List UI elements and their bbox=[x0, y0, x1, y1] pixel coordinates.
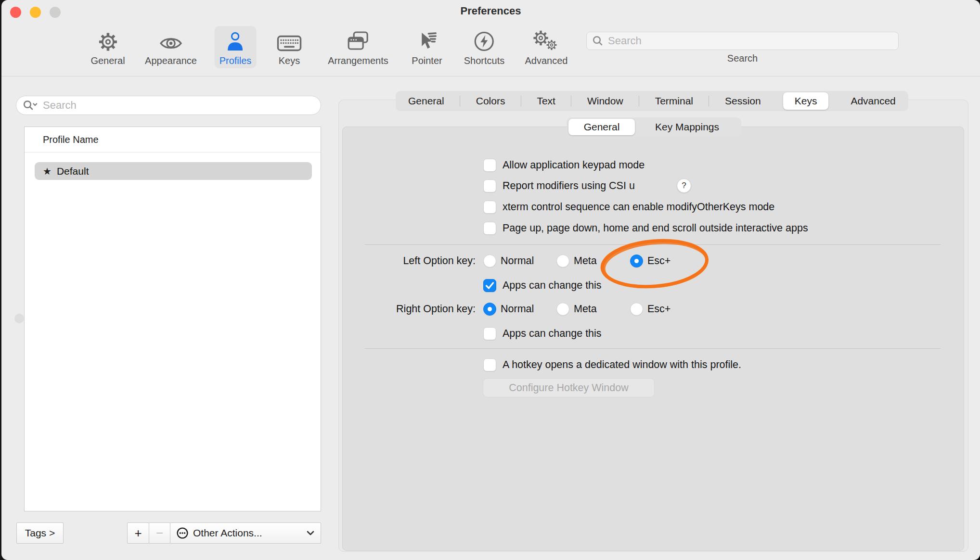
other-actions-label: Other Actions... bbox=[193, 527, 262, 539]
toolbar-label: Advanced bbox=[525, 55, 568, 68]
checkbox-label: Allow application keypad mode bbox=[503, 159, 645, 172]
checkbox-keypad-mode[interactable] bbox=[483, 159, 496, 172]
tags-button[interactable]: Tags > bbox=[16, 522, 64, 544]
configure-hotkey-window-button[interactable]: Configure Hotkey Window bbox=[483, 378, 655, 397]
search-icon bbox=[593, 36, 603, 46]
radio-label: Meta bbox=[574, 303, 597, 316]
toolbar-label: Keys bbox=[279, 55, 300, 68]
checkbox-csi-u[interactable] bbox=[483, 179, 496, 192]
tab-divider bbox=[776, 96, 777, 106]
star-icon: ★ bbox=[43, 165, 52, 177]
toolbar-item-keys[interactable]: Keys bbox=[272, 26, 307, 68]
tab-divider bbox=[835, 96, 835, 106]
tab-divider bbox=[521, 96, 521, 106]
add-profile-button[interactable]: + bbox=[127, 522, 149, 544]
radio-left-normal[interactable] bbox=[483, 255, 496, 267]
radio-left-esc[interactable] bbox=[630, 255, 643, 267]
other-actions-dropdown[interactable]: Other Actions... bbox=[170, 522, 321, 544]
toolbar-item-arrangements[interactable]: Arrangements bbox=[323, 26, 393, 68]
toolbar-search-caption: Search bbox=[586, 53, 899, 64]
radio-right-normal[interactable] bbox=[483, 303, 496, 316]
section-divider bbox=[365, 244, 941, 245]
radio-label: Meta bbox=[574, 255, 597, 267]
tab-advanced[interactable]: Advanced bbox=[841, 92, 905, 110]
list-header-divider bbox=[25, 152, 321, 153]
toolbar-label: Shortcuts bbox=[464, 55, 504, 68]
profile-list: Profile Name ★ Default bbox=[24, 127, 321, 511]
radio-label: Esc+ bbox=[647, 303, 671, 316]
toolbar-item-pointer[interactable]: Pointer bbox=[407, 26, 447, 68]
splitter-dot bbox=[14, 314, 24, 323]
checkbox-label: Apps can change this bbox=[503, 279, 602, 292]
eye-icon bbox=[159, 28, 182, 52]
toolbar-label: Arrangements bbox=[328, 55, 388, 68]
tab-session[interactable]: Session bbox=[715, 92, 771, 110]
tab-window[interactable]: Window bbox=[578, 92, 633, 110]
profile-tabbar: General Colors Text Window Terminal Sess… bbox=[396, 91, 908, 111]
checkbox-label: Report modifiers using CSI u bbox=[503, 179, 635, 192]
profile-list-header: Profile Name bbox=[43, 134, 99, 145]
tab-divider bbox=[571, 96, 571, 106]
toolbar-item-general[interactable]: General bbox=[86, 26, 129, 68]
person-icon bbox=[226, 28, 245, 52]
toolbar-search-input[interactable] bbox=[607, 34, 892, 48]
checkbox-page-scroll[interactable] bbox=[483, 222, 496, 235]
checkbox-label: Page up, page down, home and end scroll … bbox=[503, 222, 808, 235]
profile-search-input[interactable] bbox=[42, 99, 317, 112]
checkbox-label: A hotkey opens a dedicated window with t… bbox=[503, 358, 741, 371]
radio-left-meta[interactable] bbox=[556, 255, 569, 267]
profile-row-default[interactable]: ★ Default bbox=[35, 162, 312, 180]
checkbox-modify-other-keys[interactable] bbox=[483, 201, 496, 214]
checkbox-hotkey-window[interactable] bbox=[483, 358, 496, 371]
check-icon bbox=[485, 281, 494, 290]
configure-button-label: Configure Hotkey Window bbox=[509, 382, 629, 394]
help-button[interactable]: ? bbox=[677, 178, 691, 193]
toolbar-item-shortcuts[interactable]: Shortcuts bbox=[459, 26, 509, 68]
toolbar-label: General bbox=[90, 55, 125, 68]
keyboard-icon bbox=[277, 28, 302, 52]
plus-icon: + bbox=[134, 526, 142, 541]
radio-right-meta[interactable] bbox=[556, 303, 569, 316]
radio-label: Normal bbox=[501, 255, 534, 267]
windows-icon bbox=[346, 28, 370, 52]
radio-right-esc[interactable] bbox=[630, 303, 643, 316]
ellipsis-circle-icon bbox=[176, 527, 189, 539]
toolbar-item-advanced[interactable]: Advanced bbox=[520, 26, 573, 68]
toolbar-search-field[interactable] bbox=[586, 32, 899, 50]
tags-button-label: Tags > bbox=[25, 527, 55, 539]
subtab-general[interactable]: General bbox=[568, 119, 635, 135]
cursor-icon bbox=[416, 28, 438, 52]
tab-colors[interactable]: Colors bbox=[466, 92, 515, 110]
toolbar-item-appearance[interactable]: Appearance bbox=[140, 26, 202, 68]
gear-icon bbox=[97, 28, 118, 52]
checkbox-left-apps-change[interactable] bbox=[483, 279, 496, 292]
bolt-circle-icon bbox=[473, 28, 495, 52]
keys-general-pane bbox=[342, 127, 964, 551]
left-option-key-label: Left Option key: bbox=[338, 255, 476, 267]
keys-subtabbar: General Key Mappings bbox=[567, 117, 741, 137]
tab-divider bbox=[460, 96, 460, 106]
right-option-key-label: Right Option key: bbox=[338, 303, 476, 316]
radio-label: Esc+ bbox=[647, 255, 671, 267]
profile-search-field[interactable] bbox=[16, 96, 321, 115]
tab-text[interactable]: Text bbox=[527, 92, 565, 110]
preferences-window: Preferences General Appearance Profiles bbox=[1, 0, 980, 560]
section-divider bbox=[365, 348, 941, 349]
tab-general[interactable]: General bbox=[399, 92, 454, 110]
checkbox-right-apps-change[interactable] bbox=[483, 327, 496, 340]
toolbar-separator bbox=[1, 76, 980, 76]
toolbar-label: Appearance bbox=[145, 55, 197, 68]
tab-keys[interactable]: Keys bbox=[783, 92, 829, 110]
checkbox-label: xterm control sequence can enable modify… bbox=[503, 201, 774, 214]
toolbar-item-profiles[interactable]: Profiles bbox=[215, 26, 257, 68]
toolbar-label: Pointer bbox=[412, 55, 442, 68]
gears-icon bbox=[532, 28, 560, 52]
tab-terminal[interactable]: Terminal bbox=[645, 92, 703, 110]
remove-profile-button[interactable]: − bbox=[149, 522, 170, 544]
search-scope-icon bbox=[23, 100, 38, 111]
question-mark-icon: ? bbox=[682, 181, 686, 191]
subtab-key-mappings[interactable]: Key Mappings bbox=[635, 119, 739, 135]
radio-label: Normal bbox=[501, 303, 534, 316]
profile-name: Default bbox=[57, 165, 89, 177]
chevron-down-icon bbox=[306, 530, 315, 536]
